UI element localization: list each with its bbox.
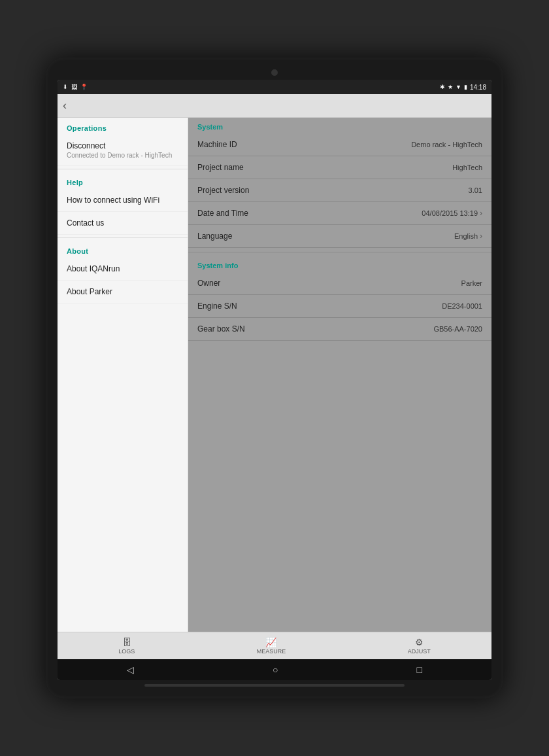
bluetooth-icon: ✱ <box>440 84 445 90</box>
date-time-value: 04/08/2015 13:19 › <box>422 209 482 218</box>
notification-icon-3: 📍 <box>80 84 88 90</box>
engine-sn-value: DE234-0001 <box>442 302 482 310</box>
contact-label: Contact us <box>67 218 178 228</box>
project-version-label: Project version <box>197 186 249 195</box>
language-label: Language <box>197 232 232 241</box>
main-content: System Machine ID Demo rack - HighTech P… <box>188 118 491 632</box>
measure-icon: 📈 <box>265 637 276 647</box>
notification-icon-2: 🖼 <box>71 84 77 90</box>
drawer-item-wifi[interactable]: How to connect using WiFi <box>58 189 188 212</box>
bottom-nav: 🗄 LOGS 📈 MEASURE ⚙ ADJUST <box>58 632 491 659</box>
system-info-section-header: System info <box>188 256 491 272</box>
owner-value: Parker <box>461 279 482 287</box>
app-bar: ‹ <box>58 94 491 118</box>
notification-icon-1: ⬇ <box>63 84 68 90</box>
status-bar: ⬇ 🖼 📍 ✱ ★ ▼ ▮ 14:18 <box>58 80 491 94</box>
divider-2 <box>58 237 188 238</box>
tablet-screen: ⬇ 🖼 📍 ✱ ★ ▼ ▮ 14:18 ‹ Operations <box>58 80 491 680</box>
recent-nav-button[interactable]: □ <box>417 664 422 675</box>
logs-label: LOGS <box>118 648 135 655</box>
battery-icon: ▮ <box>464 84 467 90</box>
row-gearbox-sn: Gear box S/N GB56-AA-7020 <box>188 318 491 341</box>
logs-icon: 🗄 <box>122 637 131 647</box>
back-nav-button[interactable]: ◁ <box>127 664 134 675</box>
row-date-time[interactable]: Date and Time 04/08/2015 13:19 › <box>188 202 491 225</box>
drawer-section-operations: Operations <box>58 118 188 135</box>
section-divider <box>188 252 491 252</box>
divider-1 <box>58 169 188 169</box>
disconnect-subtitle: Connected to Demo rack - HighTech <box>67 152 178 159</box>
language-value: English › <box>454 232 482 241</box>
about-iqan-label: About IQANrun <box>67 264 178 273</box>
wifi-icon: ▼ <box>456 84 461 90</box>
owner-label: Owner <box>197 279 220 288</box>
drawer-item-about-iqan[interactable]: About IQANrun <box>58 258 188 281</box>
row-owner: Owner Parker <box>188 272 491 295</box>
navigation-drawer: Operations Disconnect Connected to Demo … <box>58 118 188 632</box>
system-section-header: System <box>188 118 491 133</box>
machine-id-value: Demo rack - HighTech <box>411 141 482 148</box>
chevron-icon-datetime: › <box>480 209 482 218</box>
adjust-label: ADJUST <box>408 648 431 655</box>
gearbox-sn-value: GB56-AA-7020 <box>433 325 482 333</box>
row-engine-sn: Engine S/N DE234-0001 <box>188 295 491 318</box>
android-nav-bar: ◁ ○ □ <box>58 659 491 680</box>
status-bar-left: ⬇ 🖼 📍 <box>63 84 88 90</box>
drawer-section-help: Help <box>58 172 188 189</box>
back-button[interactable]: ‹ <box>63 99 67 112</box>
engine-sn-label: Engine S/N <box>197 301 237 311</box>
status-bar-right: ✱ ★ ▼ ▮ 14:18 <box>440 84 486 91</box>
drawer-item-disconnect[interactable]: Disconnect Connected to Demo rack - High… <box>58 135 188 166</box>
measure-label: MEASURE <box>257 648 286 655</box>
drawer-item-contact[interactable]: Contact us <box>58 212 188 235</box>
disconnect-label: Disconnect <box>67 141 178 150</box>
project-name-label: Project name <box>197 163 244 172</box>
row-language[interactable]: Language English › <box>188 225 491 248</box>
about-parker-label: About Parker <box>67 287 178 296</box>
date-time-label: Date and Time <box>197 209 248 218</box>
tablet-bottom-bar <box>144 684 405 687</box>
row-project-name: Project name HighTech <box>188 156 491 179</box>
drawer-section-about: About <box>58 241 188 258</box>
row-project-version: Project version 3.01 <box>188 179 491 202</box>
project-version-value: 3.01 <box>469 186 482 194</box>
drawer-item-about-parker[interactable]: About Parker <box>58 281 188 303</box>
adjust-icon: ⚙ <box>415 637 424 647</box>
tablet-device: ⬇ 🖼 📍 ✱ ★ ▼ ▮ 14:18 ‹ Operations <box>46 58 503 698</box>
content-area: Operations Disconnect Connected to Demo … <box>58 118 491 632</box>
wifi-help-label: How to connect using WiFi <box>67 196 178 205</box>
chevron-icon-language: › <box>480 232 482 241</box>
time-display: 14:18 <box>470 84 486 91</box>
project-name-value: HighTech <box>452 163 482 171</box>
row-machine-id: Machine ID Demo rack - HighTech <box>188 133 491 156</box>
nav-measure[interactable]: 📈 MEASURE <box>249 635 294 657</box>
star-icon: ★ <box>448 84 453 90</box>
nav-adjust[interactable]: ⚙ ADJUST <box>400 635 439 657</box>
machine-id-label: Machine ID <box>197 140 237 149</box>
camera <box>271 69 278 76</box>
nav-logs[interactable]: 🗄 LOGS <box>110 635 142 657</box>
home-nav-button[interactable]: ○ <box>273 664 278 675</box>
gearbox-sn-label: Gear box S/N <box>197 324 245 334</box>
